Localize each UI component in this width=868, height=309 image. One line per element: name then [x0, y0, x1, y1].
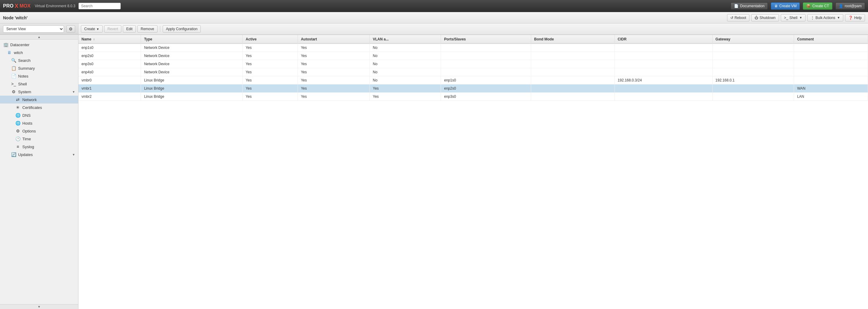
- sidebar-system-label: System: [18, 90, 31, 94]
- cell-name: enp1s0: [79, 44, 141, 52]
- node-title: Node 'witch': [3, 16, 28, 20]
- sidebar-item-syslog[interactable]: ≡ Syslog: [0, 143, 78, 151]
- cell-autostart: Yes: [298, 60, 369, 68]
- table-row[interactable]: enp4s0Network DeviceYesYesNo: [79, 68, 868, 76]
- shell-button[interactable]: >_ Shell ▼: [781, 14, 806, 22]
- revert-button[interactable]: Revert: [104, 25, 121, 33]
- cell-cidr: [615, 93, 712, 101]
- cell-name: enp2s0: [79, 52, 141, 60]
- sidebar-item-updates[interactable]: 🔄 Updates ▼: [0, 151, 78, 158]
- cell-cidr: [615, 52, 712, 60]
- col-header-type[interactable]: Type: [141, 35, 243, 44]
- cell-vlan_aware: No: [370, 52, 441, 60]
- sidebar-item-network[interactable]: ⇄ Network: [0, 96, 78, 103]
- sidebar-item-options[interactable]: ⚙ Options: [0, 127, 78, 135]
- documentation-button[interactable]: 📄 Documentation: [731, 2, 768, 10]
- cell-comment: [794, 52, 868, 60]
- table-row[interactable]: enp1s0Network DeviceYesYesNo: [79, 44, 868, 52]
- cell-comment: [794, 60, 868, 68]
- cell-type: Network Device: [141, 52, 243, 60]
- sidebar-item-certificates[interactable]: ✳ Certificates: [0, 103, 78, 111]
- sidebar-item-dns[interactable]: 🌐 DNS: [0, 111, 78, 119]
- cell-autostart: Yes: [298, 85, 369, 93]
- dns-icon: 🌐: [15, 113, 21, 118]
- col-header-name[interactable]: Name ↑: [79, 35, 141, 44]
- sidebar-updates-label: Updates: [18, 152, 33, 157]
- system-expand-icon: ▼: [72, 90, 75, 94]
- col-header-autostart[interactable]: Autostart: [298, 35, 369, 44]
- remove-button[interactable]: Remove: [137, 25, 158, 33]
- cell-comment: LAN: [794, 93, 868, 101]
- header-search-input[interactable]: [79, 3, 121, 9]
- create-ct-button[interactable]: 📦 Create CT: [803, 2, 832, 10]
- view-selector[interactable]: Server View: [3, 25, 64, 33]
- edit-button[interactable]: Edit: [123, 25, 136, 33]
- cell-comment: [794, 76, 868, 85]
- cell-gateway: [712, 68, 794, 76]
- user-button[interactable]: 👤 root@pam: [835, 2, 865, 10]
- reboot-button[interactable]: ↺ Reboot: [727, 14, 750, 22]
- sidebar-gear-button[interactable]: ⚙: [66, 25, 75, 33]
- bulk-actions-icon: ⋮: [811, 16, 814, 20]
- col-header-bond-mode[interactable]: Bond Mode: [531, 35, 615, 44]
- sidebar-certificates-label: Certificates: [22, 105, 42, 110]
- cell-ports_slaves: enp2s0: [441, 85, 531, 93]
- apply-configuration-button[interactable]: Apply Configuration: [163, 25, 201, 33]
- time-icon: 🕐: [15, 136, 21, 141]
- sidebar-item-shell[interactable]: >_ Shell: [0, 80, 78, 88]
- table-row[interactable]: vmbr0Linux BridgeYesYesNoenp1s0192.168.0…: [79, 76, 868, 85]
- create-vm-icon: 🖥: [774, 4, 778, 8]
- col-header-comment[interactable]: Comment: [794, 35, 868, 44]
- certificates-icon: ✳: [15, 105, 21, 110]
- col-header-gateway[interactable]: Gateway: [712, 35, 794, 44]
- cell-vlan_aware: Yes: [370, 93, 441, 101]
- network-table-body: enp1s0Network DeviceYesYesNoenp2s0Networ…: [79, 44, 868, 101]
- cell-bond_mode: [531, 68, 615, 76]
- cell-cidr: [615, 68, 712, 76]
- shutdown-button[interactable]: ⏻ Shutdown: [751, 14, 779, 22]
- table-row[interactable]: enp2s0Network DeviceYesYesNo: [79, 52, 868, 60]
- logo-prox-text: PRO: [3, 3, 13, 9]
- table-row[interactable]: vmbr2Linux BridgeYesYesYesenp3s0LAN: [79, 93, 868, 101]
- cell-active: Yes: [243, 93, 298, 101]
- sidebar-item-system[interactable]: ⚙ System ▼: [0, 88, 78, 96]
- cell-active: Yes: [243, 60, 298, 68]
- sidebar-item-summary[interactable]: 📋 Summary: [0, 64, 78, 72]
- col-header-cidr[interactable]: CIDR: [615, 35, 712, 44]
- sidebar-item-node-witch[interactable]: 🖥 witch: [0, 49, 78, 56]
- create-vm-button[interactable]: 🖥 Create VM: [771, 2, 800, 10]
- updates-icon: 🔄: [11, 152, 16, 157]
- bulk-actions-button[interactable]: ⋮ Bulk Actions ▼: [807, 14, 843, 22]
- version-text: Virtual Environment 8.0.3: [35, 4, 75, 8]
- col-header-ports[interactable]: Ports/Slaves: [441, 35, 531, 44]
- sidebar-item-hosts[interactable]: 🌐 Hosts: [0, 119, 78, 127]
- cell-active: Yes: [243, 85, 298, 93]
- summary-icon: 📋: [11, 66, 16, 71]
- sidebar-options-label: Options: [22, 129, 36, 133]
- sidebar-item-datacenter[interactable]: 🏢 Datacenter: [0, 41, 78, 49]
- col-header-vlan[interactable]: VLAN a...: [370, 35, 441, 44]
- sidebar-scroll-up-button[interactable]: ▲: [0, 35, 78, 39]
- cell-active: Yes: [243, 76, 298, 85]
- cell-gateway: [712, 60, 794, 68]
- cell-name: vmbr1: [79, 85, 141, 93]
- cell-vlan_aware: No: [370, 44, 441, 52]
- col-header-active[interactable]: Active: [243, 35, 298, 44]
- help-button[interactable]: ❓ Help: [845, 14, 865, 22]
- sidebar-item-search[interactable]: 🔍 Search: [0, 56, 78, 64]
- create-button[interactable]: Create ▼: [81, 25, 103, 33]
- cell-comment: [794, 68, 868, 76]
- cell-ports_slaves: [441, 68, 531, 76]
- sidebar-scroll-down-button[interactable]: ▼: [0, 304, 78, 309]
- cell-name: vmbr0: [79, 76, 141, 85]
- cell-active: Yes: [243, 68, 298, 76]
- table-row[interactable]: vmbr1Linux BridgeYesYesYesenp2s0WAN: [79, 85, 868, 93]
- toolbar-separator: [160, 26, 160, 32]
- cell-gateway: [712, 52, 794, 60]
- sidebar-item-time[interactable]: 🕐 Time: [0, 135, 78, 143]
- cell-ports_slaves: enp1s0: [441, 76, 531, 85]
- sidebar-item-notes[interactable]: 📄 Notes: [0, 72, 78, 80]
- table-row[interactable]: enp3s0Network DeviceYesYesNo: [79, 60, 868, 68]
- docs-icon: 📄: [734, 4, 739, 8]
- sidebar-time-label: Time: [22, 137, 31, 141]
